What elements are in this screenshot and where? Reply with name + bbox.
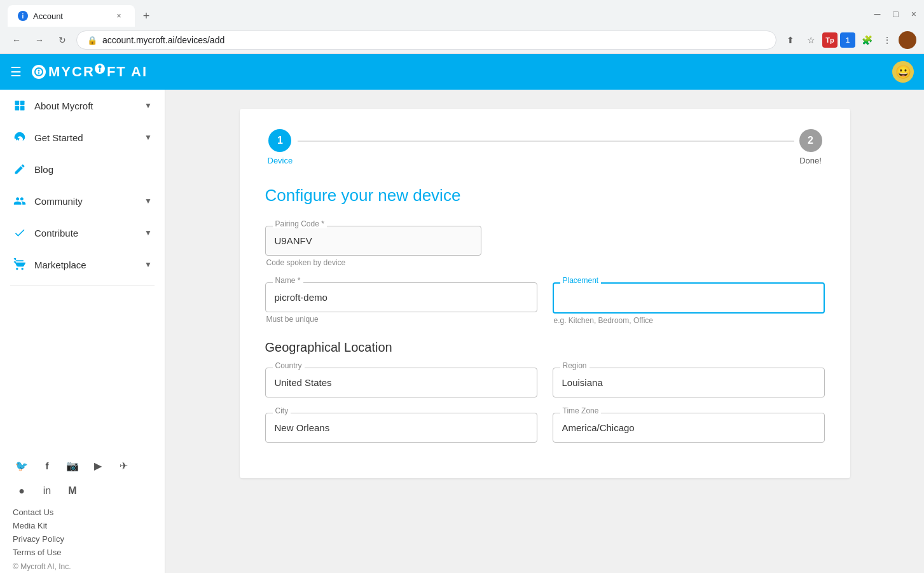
timezone-input[interactable] [553, 413, 825, 443]
media-kit-link[interactable]: Media Kit [13, 521, 152, 530]
content-area: 1 Device 2 Done! Configure your new devi… [165, 90, 924, 573]
country-field: Country [265, 368, 537, 397]
region-input[interactable] [553, 368, 825, 397]
pairing-code-field: Pairing Code * Code spoken by device [265, 226, 481, 267]
forward-button[interactable]: → [31, 31, 48, 49]
maximize-icon[interactable]: □ [893, 9, 898, 19]
sidebar-item-marketplace[interactable]: Marketplace ▼ [0, 249, 165, 280]
tab-bar: i Account × + [8, 5, 155, 27]
copyright-text: © Mycroft AI, Inc. [13, 562, 152, 571]
country-region-row: Country Region [265, 368, 825, 397]
form-title: Configure your new device [265, 186, 825, 205]
tp-extension-icon[interactable]: Tp [822, 32, 838, 48]
logo: MYCROFT AI [32, 64, 148, 80]
sidebar-footer: 🐦 f 📷 ▶ ✈ ● in M Contact Us Media Kit Pr… [0, 446, 165, 573]
main-layout: About Mycroft ▼ Get Started ▼ Blog [0, 90, 924, 573]
user-avatar-icon[interactable]: 😀 [892, 61, 914, 83]
step-2-label: Done! [799, 156, 822, 165]
svg-point-1 [38, 70, 40, 72]
hamburger-icon[interactable]: ☰ [10, 64, 22, 79]
bookmark-icon[interactable]: ☆ [802, 31, 820, 49]
privacy-policy-link[interactable]: Privacy Policy [13, 534, 152, 544]
tab-title: Account [33, 11, 63, 21]
placement-field: Placement e.g. Kitchen, Bedroom, Office [553, 282, 825, 325]
sidebar-item-blog[interactable]: Blog [0, 153, 165, 185]
menu-icon[interactable]: ⋮ [878, 31, 896, 49]
reload-button[interactable]: ↻ [53, 31, 71, 49]
window-controls: ─ □ × [874, 9, 916, 23]
address-text: account.mycroft.ai/devices/add [102, 35, 224, 45]
marketplace-icon [13, 258, 27, 272]
about-mycroft-icon [13, 99, 27, 113]
country-input[interactable] [265, 368, 537, 397]
youtube-icon[interactable]: ▶ [89, 457, 107, 474]
city-timezone-row: City Time Zone [265, 413, 825, 443]
step-2-wrapper: 2 Done! [799, 129, 822, 165]
svg-rect-6 [15, 101, 20, 106]
name-input[interactable] [265, 282, 537, 312]
placement-input[interactable] [553, 282, 825, 314]
sidebar-item-about-mycroft[interactable]: About Mycroft ▼ [0, 90, 165, 121]
geo-section-title: Geographical Location [265, 340, 825, 355]
step-line [298, 141, 794, 142]
pairing-code-hint: Code spoken by device [265, 258, 481, 267]
sidebar-item-community[interactable]: Community ▼ [0, 185, 165, 217]
sidebar-item-contribute[interactable]: Contribute ▼ [0, 217, 165, 249]
city-input[interactable] [265, 413, 537, 443]
medium-icon[interactable]: M [64, 482, 81, 500]
sidebar-item-get-started[interactable]: Get Started ▼ [0, 121, 165, 153]
minimize-icon[interactable]: ─ [874, 9, 880, 19]
reddit-icon[interactable]: ● [13, 482, 31, 500]
instagram-icon[interactable]: 📷 [64, 457, 81, 474]
name-hint: Must be unique [265, 315, 537, 324]
address-bar[interactable]: 🔒 account.mycroft.ai/devices/add [76, 31, 776, 50]
get-started-icon [13, 130, 27, 144]
linkedin-icon[interactable]: in [38, 482, 56, 500]
puzzle-icon[interactable]: 🧩 [858, 31, 876, 49]
pairing-code-label: Pairing Code * [273, 219, 327, 228]
logo-text: MYCROFT AI [48, 64, 148, 80]
blog-icon [13, 162, 27, 176]
name-label: Name * [273, 276, 303, 285]
tab-close-button[interactable]: × [113, 10, 125, 22]
community-chevron: ▼ [144, 197, 152, 205]
region-label: Region [560, 361, 590, 370]
step-2-circle: 2 [799, 129, 822, 152]
extension-icon[interactable]: 1 [840, 32, 855, 48]
top-navbar: ☰ MYCROFT AI 😀 [0, 54, 924, 90]
placement-label: Placement [560, 276, 602, 285]
city-field: City [265, 413, 537, 443]
back-button[interactable]: ← [8, 31, 25, 49]
share-icon[interactable]: ⬆ [782, 31, 799, 49]
about-mycroft-label: About Mycroft [34, 100, 93, 111]
app-container: ☰ MYCROFT AI 😀 About Mycroft ▼ [0, 54, 924, 573]
community-label: Community [34, 196, 83, 207]
close-icon[interactable]: × [911, 9, 916, 19]
active-tab[interactable]: i Account × [8, 5, 135, 27]
profile-avatar[interactable] [899, 31, 916, 49]
twitter-icon[interactable]: 🐦 [13, 457, 31, 474]
sidebar-divider [10, 286, 155, 286]
facebook-icon[interactable]: f [38, 457, 56, 474]
pairing-code-input[interactable] [265, 226, 481, 256]
timezone-label: Time Zone [560, 406, 602, 415]
region-field: Region [553, 368, 825, 397]
tab-favicon: i [18, 11, 28, 21]
name-placement-row: Name * Must be unique Placement e.g. Kit… [265, 282, 825, 325]
new-tab-button[interactable]: + [137, 7, 155, 25]
telegram-icon[interactable]: ✈ [114, 457, 132, 474]
terms-of-use-link[interactable]: Terms of Use [13, 548, 152, 557]
timezone-field: Time Zone [553, 413, 825, 443]
placement-hint: e.g. Kitchen, Bedroom, Office [553, 316, 825, 325]
blog-label: Blog [34, 164, 53, 175]
stepper: 1 Device 2 Done! [265, 129, 825, 165]
community-icon [13, 194, 27, 208]
browser-chrome: i Account × + ─ □ × ← → ↻ 🔒 account.mycr… [0, 0, 924, 54]
about-mycroft-chevron: ▼ [144, 101, 152, 110]
marketplace-label: Marketplace [34, 259, 86, 270]
contact-us-link[interactable]: Contact Us [13, 507, 152, 517]
lock-icon: 🔒 [87, 36, 97, 45]
svg-rect-7 [20, 101, 25, 106]
contribute-chevron: ▼ [144, 228, 152, 237]
step-1-wrapper: 1 Device [268, 129, 293, 165]
